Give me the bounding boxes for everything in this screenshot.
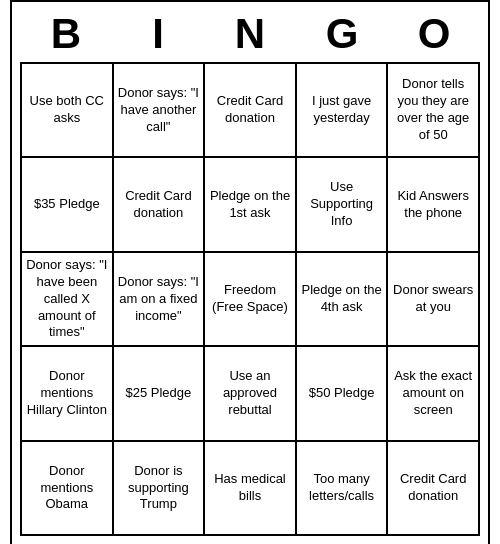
cell-1-1: Credit Card donation (113, 157, 205, 251)
cell-1-0: $35 Pledge (21, 157, 113, 251)
cell-2-2-free: Freedom (Free Space) (204, 252, 296, 346)
cell-0-2: Credit Card donation (204, 63, 296, 157)
cell-3-4: Ask the exact amount on screen (387, 346, 479, 440)
cell-3-1: $25 Pledge (113, 346, 205, 440)
cell-4-2: Has medical bills (204, 441, 296, 535)
cell-2-3: Pledge on the 4th ask (296, 252, 388, 346)
bingo-title: B I N G O (20, 10, 480, 58)
cell-1-3: Use Supporting Info (296, 157, 388, 251)
letter-o: O (394, 10, 474, 58)
cell-4-1: Donor is supporting Trump (113, 441, 205, 535)
bingo-grid: Use both CC asks Donor says: "I have ano… (20, 62, 480, 536)
letter-g: G (302, 10, 382, 58)
letter-n: N (210, 10, 290, 58)
cell-0-0: Use both CC asks (21, 63, 113, 157)
letter-i: I (118, 10, 198, 58)
cell-0-1: Donor says: "I have another call" (113, 63, 205, 157)
cell-4-3: Too many letters/calls (296, 441, 388, 535)
cell-3-2: Use an approved rebuttal (204, 346, 296, 440)
letter-b: B (26, 10, 106, 58)
cell-0-4: Donor tells you they are over the age of… (387, 63, 479, 157)
cell-0-3: I just gave yesterday (296, 63, 388, 157)
cell-4-0: Donor mentions Obama (21, 441, 113, 535)
cell-4-4: Credit Card donation (387, 441, 479, 535)
cell-2-0: Donor says: "I have been called X amount… (21, 252, 113, 346)
cell-2-4: Donor swears at you (387, 252, 479, 346)
cell-1-4: Kid Answers the phone (387, 157, 479, 251)
bingo-card: B I N G O Use both CC asks Donor says: "… (10, 0, 490, 544)
cell-2-1: Donor says: "I am on a fixed income" (113, 252, 205, 346)
cell-3-0: Donor mentions Hillary Clinton (21, 346, 113, 440)
cell-3-3: $50 Pledge (296, 346, 388, 440)
cell-1-2: Pledge on the 1st ask (204, 157, 296, 251)
